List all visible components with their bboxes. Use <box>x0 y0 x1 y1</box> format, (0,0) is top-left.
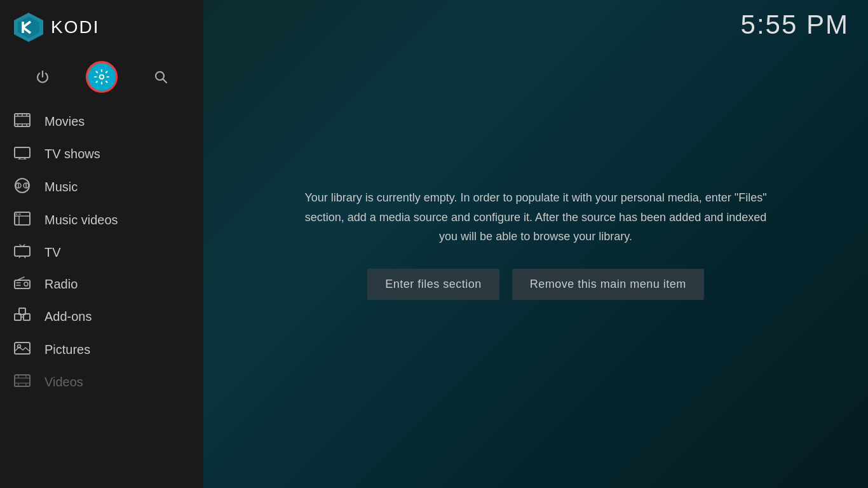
pictures-label: Pictures <box>44 342 90 357</box>
radio-icon <box>13 276 32 292</box>
videos-icon <box>13 374 32 391</box>
svg-rect-46 <box>15 342 30 354</box>
sidebar-item-music-videos[interactable]: Music videos <box>0 204 203 236</box>
sidebar-item-tv-shows[interactable]: TV shows <box>0 138 203 170</box>
tv-label: TV <box>44 245 61 260</box>
add-ons-label: Add-ons <box>44 309 92 324</box>
sidebar-item-pictures[interactable]: Pictures <box>0 334 203 366</box>
pictures-icon <box>13 341 32 358</box>
app-title: KODI <box>51 17 99 37</box>
sidebar-item-radio[interactable]: Radio <box>0 269 203 300</box>
music-label: Music <box>44 180 78 194</box>
movies-icon <box>13 113 32 130</box>
sidebar: KODI <box>0 0 203 488</box>
svg-point-5 <box>100 75 104 79</box>
tv-shows-icon <box>13 146 32 163</box>
enter-files-section-button[interactable]: Enter files section <box>367 269 499 300</box>
empty-library-message: Your library is currently empty. In orde… <box>297 188 774 247</box>
sidebar-top-icons <box>0 55 203 105</box>
music-videos-label: Music videos <box>44 213 118 227</box>
settings-button[interactable] <box>86 61 118 93</box>
sidebar-item-add-ons[interactable]: Add-ons <box>0 300 203 334</box>
tv-icon <box>13 244 32 261</box>
nav-list: Movies TV shows <box>0 105 203 398</box>
search-button[interactable] <box>145 61 177 93</box>
music-videos-icon <box>13 212 32 229</box>
svg-line-7 <box>163 79 167 83</box>
sidebar-item-movies[interactable]: Movies <box>0 105 203 138</box>
radio-label: Radio <box>44 277 78 292</box>
sidebar-item-music[interactable]: Music <box>0 170 203 204</box>
svg-rect-17 <box>15 147 30 158</box>
main-content: 5:55 PM Your library is currently empty.… <box>203 0 868 488</box>
content-area: Your library is currently empty. In orde… <box>203 0 868 488</box>
sidebar-item-tv[interactable]: TV <box>0 236 203 269</box>
movies-label: Movies <box>44 114 85 129</box>
sidebar-item-videos[interactable]: Videos <box>0 366 203 398</box>
videos-label: Videos <box>44 375 83 390</box>
power-button[interactable] <box>27 61 58 93</box>
music-icon <box>13 178 32 196</box>
svg-rect-31 <box>15 247 30 256</box>
sidebar-header: KODI <box>0 0 203 55</box>
remove-menu-item-button[interactable]: Remove this main menu item <box>512 269 704 300</box>
svg-point-21 <box>15 179 29 193</box>
svg-point-37 <box>24 282 28 286</box>
tv-shows-label: TV shows <box>44 147 100 161</box>
action-buttons: Enter files section Remove this main men… <box>367 269 704 300</box>
clock: 5:55 PM <box>741 10 849 40</box>
add-ons-icon <box>13 308 32 326</box>
svg-rect-48 <box>15 375 30 386</box>
kodi-logo-icon <box>13 11 44 43</box>
